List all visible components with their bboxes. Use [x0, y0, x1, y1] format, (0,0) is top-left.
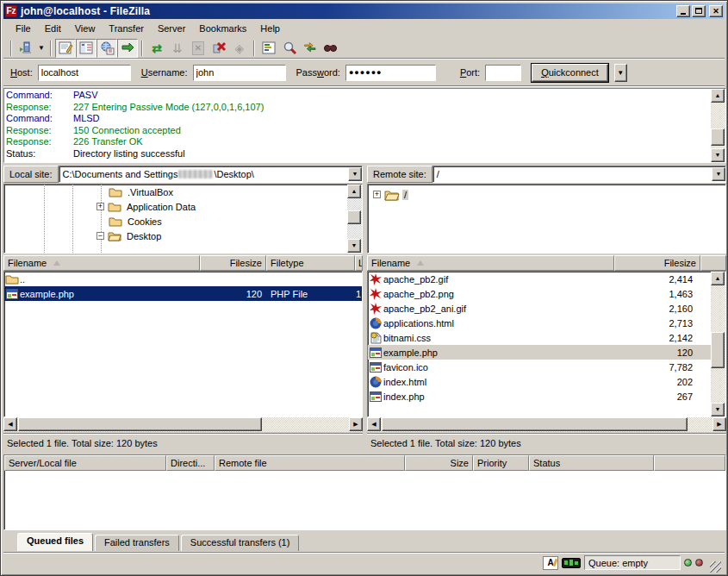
file-row[interactable]: apache_pb2_ani.gif 2,160 [368, 301, 711, 316]
scroll-thumb[interactable] [382, 417, 688, 431]
scroll-up-arrow[interactable]: ▲ [711, 272, 725, 285]
title-bar[interactable]: Fz john@localhost - FileZilla ✕ [3, 3, 725, 19]
toggle-local-tree-button[interactable] [76, 39, 96, 58]
message-log-icon [59, 41, 73, 55]
port-input[interactable] [485, 65, 521, 81]
column-filesize[interactable]: Filesize [200, 255, 266, 271]
scroll-left-arrow[interactable]: ◀ [367, 417, 381, 431]
local-list-hscrollbar[interactable]: ◀ ▶ [3, 417, 363, 432]
synchronized-browsing-button[interactable] [300, 39, 320, 58]
file-row-example-php[interactable]: example.php 120 PHP File 1 [4, 286, 362, 301]
file-row[interactable]: index.html 202 [368, 374, 711, 389]
local-file-list[interactable]: .. example.php 120 PHP File 1 [3, 271, 363, 417]
toggle-message-log-button[interactable] [55, 39, 76, 58]
tree-item-virtualbox[interactable]: .VirtualBox [4, 185, 362, 199]
column-filename[interactable]: Filename [3, 255, 200, 271]
maximize-button[interactable] [692, 5, 706, 17]
remote-list-scrollbar[interactable]: ▲ ▼ [711, 272, 725, 416]
resize-grip[interactable] [710, 561, 721, 573]
remote-directory-tree[interactable]: + / [367, 184, 726, 254]
tree-item-root[interactable]: + / [368, 187, 725, 202]
toggle-transfer-queue-button[interactable] [117, 39, 138, 58]
scroll-thumb[interactable] [347, 210, 361, 224]
column-filename[interactable]: Filename [367, 255, 614, 271]
local-tree-scrollbar[interactable]: ▲ ▼ [347, 185, 362, 253]
file-row[interactable]: applications.html 2,713 [368, 316, 711, 330]
remote-site-combo[interactable]: / ▼ [432, 166, 726, 183]
site-manager-button[interactable] [16, 39, 36, 58]
menu-file[interactable]: File [9, 22, 38, 35]
site-manager-dropdown[interactable]: ▼ [36, 39, 47, 58]
username-input[interactable] [193, 65, 286, 81]
menu-bookmarks[interactable]: Bookmarks [192, 22, 253, 35]
file-row[interactable]: index.php 267 [368, 389, 711, 404]
speed-limit-indicator-icon[interactable] [562, 558, 581, 568]
local-directory-tree[interactable]: .VirtualBox + Application Data Cookies −… [3, 184, 363, 254]
tab-failed-transfers[interactable]: Failed transfers [95, 535, 179, 551]
quickconnect-dropdown[interactable]: ▼ [614, 64, 627, 82]
disconnect-button[interactable] [208, 39, 229, 58]
scroll-up-arrow[interactable]: ▲ [711, 89, 725, 103]
tree-item-desktop[interactable]: − Desktop [4, 229, 362, 243]
search-button[interactable] [320, 39, 341, 58]
toggle-remote-tree-button[interactable] [96, 39, 117, 58]
transfer-queue[interactable]: Server/Local file Directi... Remote file… [3, 454, 726, 530]
file-row[interactable]: bitnami.css 2,142 [368, 330, 711, 345]
column-status[interactable]: Status [529, 455, 654, 471]
column-direction[interactable]: Directi... [166, 455, 215, 471]
local-site-combo[interactable]: C:\Documents and Settings\Desktop\ ▼ [59, 166, 363, 183]
file-row[interactable]: apache_pb2.png 1,463 [368, 286, 711, 301]
expand-plus-icon[interactable]: + [96, 203, 104, 210]
expand-plus-icon[interactable]: + [373, 191, 381, 198]
remote-file-list[interactable]: apache_pb2.gif 2,414 apache_pb2.png 1,46… [367, 271, 726, 417]
process-queue-button[interactable]: ⇊ [167, 39, 188, 58]
scroll-up-arrow[interactable]: ▲ [347, 185, 361, 198]
tab-successful-transfers[interactable]: Successful transfers (1) [181, 535, 300, 551]
tree-item-cookies[interactable]: Cookies [4, 214, 362, 229]
file-row-parent-dir[interactable]: .. [4, 272, 362, 286]
scroll-thumb[interactable] [711, 332, 725, 368]
cancel-operation-button[interactable]: ✕ [188, 39, 208, 58]
directory-comparison-button[interactable] [279, 39, 300, 58]
minimize-button[interactable] [676, 5, 690, 17]
pane-splitter[interactable] [363, 166, 367, 451]
menu-edit[interactable]: Edit [38, 22, 68, 35]
log-scrollbar[interactable]: ▲ ▼ [711, 89, 725, 162]
menu-server[interactable]: Server [151, 22, 192, 35]
menu-view[interactable]: View [68, 22, 103, 35]
column-server-local-file[interactable]: Server/Local file [4, 455, 166, 471]
tab-queued-files[interactable]: Queued files [17, 533, 93, 551]
quickconnect-button[interactable]: Quickconnect [532, 64, 608, 82]
column-remote-file[interactable]: Remote file [215, 455, 405, 471]
scroll-left-arrow[interactable]: ◀ [3, 417, 17, 431]
file-row[interactable]: favicon.ico 7,782 [368, 360, 711, 374]
scroll-right-arrow[interactable]: ▶ [712, 417, 726, 431]
file-row[interactable]: apache_pb2.gif 2,414 [368, 272, 711, 286]
password-input[interactable] [345, 65, 436, 81]
remote-list-hscrollbar[interactable]: ◀ ▶ [367, 417, 726, 432]
reconnect-button[interactable]: ◈ [229, 39, 250, 58]
scroll-thumb[interactable] [18, 417, 262, 431]
combo-dropdown[interactable]: ▼ [712, 167, 725, 181]
scroll-right-arrow[interactable]: ▶ [349, 417, 363, 431]
host-input[interactable] [38, 65, 131, 81]
close-button[interactable]: ✕ [709, 5, 723, 17]
menu-help[interactable]: Help [253, 22, 287, 35]
scroll-down-arrow[interactable]: ▼ [347, 239, 361, 253]
transfer-type-indicator-icon[interactable]: A [543, 556, 558, 570]
file-row-example-php[interactable]: example.php 120 [368, 345, 711, 360]
column-filetype[interactable]: Filetype [266, 255, 355, 271]
scroll-down-arrow[interactable]: ▼ [711, 148, 725, 162]
menu-transfer[interactable]: Transfer [102, 22, 151, 35]
column-last-modified[interactable]: L [355, 255, 363, 271]
column-filesize[interactable]: Filesize [614, 255, 700, 271]
combo-dropdown[interactable]: ▼ [348, 167, 362, 181]
filter-button[interactable] [258, 39, 279, 58]
column-priority[interactable]: Priority [473, 455, 529, 471]
scroll-thumb[interactable] [711, 128, 725, 146]
scroll-down-arrow[interactable]: ▼ [711, 403, 725, 416]
tree-item-application-data[interactable]: + Application Data [4, 199, 362, 214]
refresh-button[interactable]: ⇄ [146, 39, 167, 58]
column-size[interactable]: Size [405, 455, 473, 471]
collapse-minus-icon[interactable]: − [96, 232, 104, 240]
